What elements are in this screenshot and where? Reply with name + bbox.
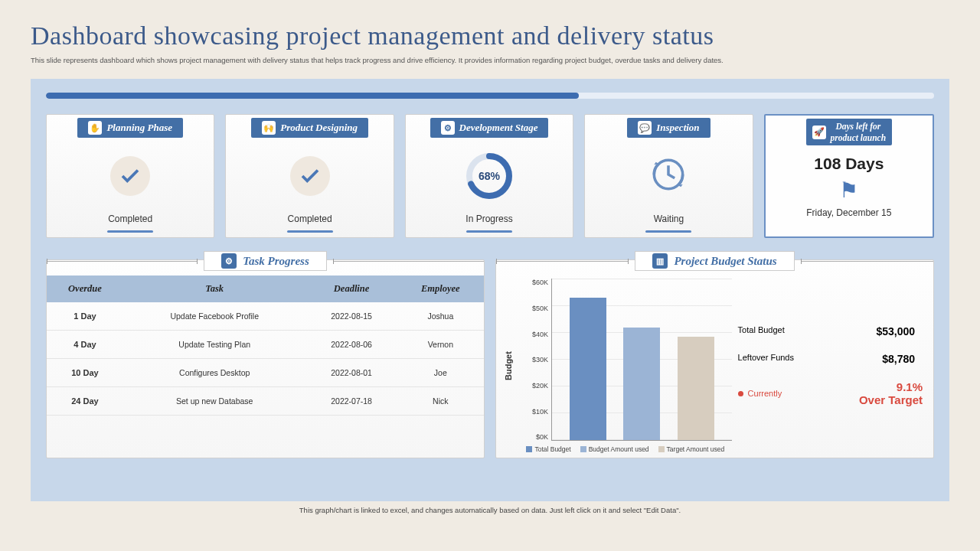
launch-header: 🚀Days left forproduct launch: [806, 119, 893, 145]
budget-panel: ▥ Project Budget Status Budget $60K$50K$…: [495, 259, 934, 458]
y-tick: $40K: [519, 331, 548, 338]
phase-status: Completed: [288, 214, 332, 224]
over-target-row: Currently 9.1% Over Target: [738, 380, 923, 407]
total-budget-label: Total Budget: [738, 325, 785, 337]
task-progress-title-text: Task Progress: [243, 255, 309, 268]
page-title: Dashboard showcasing project management …: [31, 21, 949, 51]
y-tick: $30K: [519, 356, 548, 364]
phase-card: ⚙Development Stage68%In Progress: [405, 114, 573, 238]
table-header: Overdue: [47, 276, 123, 302]
phase-icon: ⚙: [441, 121, 455, 135]
table-header: Task: [123, 276, 306, 302]
launch-days: 108 Days: [814, 155, 884, 173]
gear-icon: ⚙: [221, 253, 237, 269]
table-cell: Nick: [397, 387, 484, 416]
phase-header: ✋Planning Phase: [77, 118, 183, 138]
check-icon: [110, 156, 150, 196]
page-subtitle: This slide represents dashboard which sh…: [31, 55, 949, 65]
phase-card: ✋Planning PhaseCompleted: [46, 114, 214, 238]
table-cell: Update Facebook Profile: [123, 302, 306, 331]
clock-icon: [647, 153, 690, 199]
over-target-pct: 9.1%: [897, 380, 923, 393]
table-row: 4 DayUpdate Testing Plan2022-08-06Vernon: [47, 331, 484, 359]
table-cell: Joe: [397, 359, 484, 387]
y-tick: $20K: [519, 382, 548, 390]
budget-title-text: Project Budget Status: [674, 255, 776, 268]
phase-status: In Progress: [466, 214, 512, 224]
table-cell: 4 Day: [47, 331, 123, 359]
y-tick: $0K: [519, 433, 548, 441]
overall-progress-fill: [46, 93, 579, 99]
legend-swatch: [580, 446, 586, 452]
legend-item: Budget Amount used: [580, 445, 649, 453]
total-budget-value: $53,000: [876, 325, 915, 337]
task-progress-panel: ⚙ Task Progress OverdueTaskDeadlineEmplo…: [46, 259, 485, 458]
phase-header: ⚙Development Stage: [430, 118, 549, 138]
y-tick: $60K: [519, 279, 548, 286]
leftover-value: $8,780: [882, 353, 915, 365]
table-header: Employee: [397, 276, 484, 302]
phase-name: Inspection: [656, 122, 699, 134]
check-icon: [290, 156, 330, 196]
phase-icon: 🙌: [262, 121, 276, 135]
task-progress-title: ⚙ Task Progress: [204, 251, 327, 271]
leftover-row: Leftover Funds $8,780: [738, 353, 923, 365]
table-cell: 2022-08-15: [306, 302, 397, 331]
rocket-icon: 🚀: [812, 126, 826, 139]
table-row: 24 DaySet up new Database2022-07-18Nick: [47, 387, 484, 416]
table-row: 1 DayUpdate Facebook Profile2022-08-15Jo…: [47, 302, 484, 331]
table-cell: Vernon: [397, 331, 484, 359]
phase-status: Waiting: [654, 214, 684, 224]
table-cell: 24 Day: [47, 387, 123, 416]
phase-status: Completed: [108, 214, 152, 224]
phase-card: 🙌Product DesigningCompleted: [225, 114, 394, 238]
table-cell: 2022-07-18: [306, 387, 397, 416]
currently-label: Currently: [748, 389, 782, 398]
table-cell: Update Testing Plan: [123, 331, 306, 359]
table-cell: 10 Day: [47, 359, 123, 387]
chart-bar: [623, 328, 660, 441]
dashboard-board: ✋Planning PhaseCompleted🙌Product Designi…: [31, 79, 949, 501]
launch-card: 🚀Days left forproduct launch108 Days⚑Fri…: [764, 114, 934, 238]
phase-name: Planning Phase: [106, 122, 172, 134]
overall-progress-track: [46, 93, 934, 99]
phase-header: 💬Inspection: [627, 118, 710, 138]
phase-icon: ✋: [88, 121, 102, 135]
phase-name: Development Stage: [459, 122, 538, 134]
launch-date: Friday, December 15: [806, 207, 891, 218]
legend-swatch: [526, 446, 532, 452]
progress-gauge: 68%: [465, 152, 514, 201]
status-dot-icon: [738, 391, 743, 396]
table-cell: 1 Day: [47, 302, 123, 331]
launch-header-text: Days left forproduct launch: [831, 121, 887, 143]
total-budget-row: Total Budget $53,000: [738, 325, 923, 337]
table-cell: 2022-08-01: [306, 359, 397, 387]
table-row: 10 DayConfigures Desktop2022-08-01Joe: [47, 359, 484, 387]
chart-bar: [570, 298, 606, 440]
y-tick: $50K: [519, 305, 548, 312]
phase-icon: 💬: [638, 121, 652, 135]
task-table: OverdueTaskDeadlineEmployee 1 DayUpdate …: [47, 276, 484, 416]
table-header: Deadline: [306, 276, 397, 302]
gauge-pct: 68%: [465, 152, 514, 201]
table-cell: 2022-08-06: [306, 331, 397, 359]
chart-icon: ▥: [652, 253, 668, 269]
phase-card: 💬InspectionWaiting: [584, 114, 753, 238]
budget-title: ▥ Project Budget Status: [635, 251, 794, 271]
chart-bar: [678, 337, 714, 440]
legend-item: Total Budget: [526, 445, 570, 453]
chart-y-axis-label: Budget: [504, 279, 513, 453]
legend-item: Target Amount used: [658, 445, 725, 453]
footer-note: This graph/chart is linked to excel, and…: [0, 506, 980, 514]
table-cell: Joshua: [397, 302, 484, 331]
legend-swatch: [658, 446, 665, 452]
table-cell: Set up new Database: [123, 387, 306, 416]
phase-name: Product Designing: [280, 122, 358, 134]
leftover-label: Leftover Funds: [738, 353, 794, 365]
table-cell: Configures Desktop: [123, 359, 306, 387]
phase-header: 🙌Product Designing: [251, 118, 368, 138]
over-target-text: Over Target: [859, 393, 923, 406]
y-tick: $10K: [519, 408, 548, 416]
flag-icon: ⚑: [839, 178, 858, 203]
